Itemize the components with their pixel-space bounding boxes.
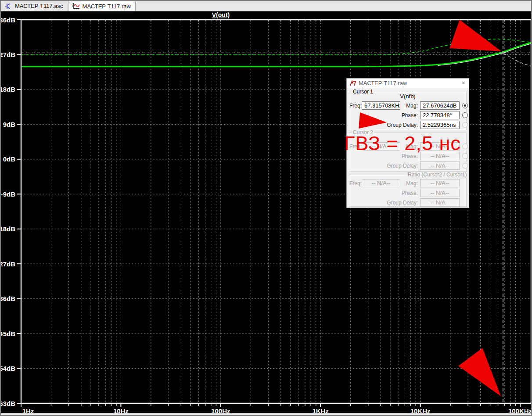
cursor-dialog-titlebar[interactable]: МАСТЕР Т117.raw × <box>347 79 469 88</box>
waveform-icon <box>72 3 80 10</box>
cursor2-mag-field: -- N/A-- <box>420 142 460 151</box>
cursor2-mag-label: Mag: <box>399 143 418 150</box>
y-axis-label: -54dB <box>1 365 15 372</box>
cursor2-freq-field: -- N/A-- <box>362 142 400 151</box>
x-axis-label: 1Hz <box>22 407 34 413</box>
cursor1-group-delay-field[interactable]: 2.5229365ns <box>420 121 460 129</box>
y-axis-label: -18dB <box>1 225 15 233</box>
x-axis-label: 100Hz <box>211 407 230 413</box>
trace-V(nfb)-phase <box>503 54 531 66</box>
ratio-mag-field: -- N/A-- <box>420 179 460 187</box>
y-axis-label: -45dB <box>1 330 15 337</box>
cursor1-mag-field[interactable]: 27.670624dB <box>420 101 460 110</box>
axis-labels: 36dB27dB18dB9dB0dB-9dB-18dB-27dB-36dB-45… <box>1 11 531 413</box>
cursor1-phase-field[interactable]: 22.778348° <box>420 111 460 119</box>
ltspice-window: МАСТЕР Т117.asc МАСТЕР Т117.raw 36dB27dB… <box>0 0 532 416</box>
ratio-group-delay-field: -- N/A-- <box>420 198 460 207</box>
schematic-icon <box>4 3 12 10</box>
close-icon[interactable]: × <box>461 79 465 86</box>
y-axis-label: 18dB <box>1 86 15 93</box>
cursor1-phase-radio[interactable] <box>462 112 468 118</box>
plot-trace-title[interactable]: V(out) <box>212 11 230 18</box>
bode-plot-canvas[interactable]: 36dB27dB18dB9dB0dB-9dB-18dB-27dB-36dB-45… <box>1 11 531 413</box>
cursor2-phase-radio[interactable] <box>462 153 468 159</box>
cursor2-phase-label: Phase: <box>391 153 418 159</box>
ratio-group-label: Ratio (Cursor2 / Cursor1) <box>406 172 468 178</box>
cursor1-trace-name: V(nfb) <box>347 93 469 100</box>
tab-label: МАСТЕР Т117.asc <box>15 3 63 9</box>
ratio-phase-label: Phase: <box>391 190 418 196</box>
cursor2-group-delay-field: -- N/A-- <box>420 161 460 170</box>
cursor2-group-label: Cursor 2 <box>352 129 374 136</box>
cursor-crosshair <box>21 20 531 403</box>
y-axis-label: -27dB <box>1 260 15 268</box>
trace-V(out)-phase <box>21 39 531 55</box>
y-axis-label: 0dB <box>3 155 16 163</box>
cursor-dialog[interactable]: МАСТЕР Т117.raw × Cursor 1 V(nfb) Freq: … <box>346 78 469 208</box>
ratio-phase-field: -- N/A-- <box>420 189 460 197</box>
x-axis-label: 10Hz <box>113 407 129 413</box>
cursor2-mag-radio[interactable] <box>462 143 468 149</box>
ratio-freq-label: Freq: <box>349 180 362 186</box>
cursor2-freq-label: Freq: <box>349 143 362 150</box>
cursor-dialog-title: МАСТЕР Т117.raw <box>359 80 407 86</box>
cursor2-group-delay-label: Group Delay: <box>384 163 418 169</box>
cursor1-group-delay-radio[interactable] <box>462 122 468 128</box>
ratio-freq-field: -- N/A-- <box>362 179 400 187</box>
tab-master-t117-asc[interactable]: МАСТЕР Т117.asc <box>1 1 68 11</box>
tab-master-t117-raw[interactable]: МАСТЕР Т117.raw <box>68 1 136 11</box>
x-axis-label: 1KHz <box>312 407 329 413</box>
y-axis-label: -9dB <box>1 190 15 198</box>
cursor2-group-delay-radio[interactable] <box>462 163 468 169</box>
cursor2-phase-field: -- N/A-- <box>420 152 460 160</box>
y-axis-label: -36dB <box>1 295 15 302</box>
y-axis-label: 36dB <box>1 16 15 24</box>
ratio-mag-label: Mag: <box>399 180 418 186</box>
cursor1-freq-label: Freq: <box>349 103 362 109</box>
x-axis-label: 100KHz <box>508 407 531 413</box>
y-axis-label: 9dB <box>3 121 16 128</box>
ratio-group-delay-label: Group Delay: <box>384 200 418 206</box>
tab-bar: МАСТЕР Т117.asc МАСТЕР Т117.raw <box>1 1 531 11</box>
waveform-pane: 36dB27dB18dB9dB0dB-9dB-18dB-27dB-36dB-45… <box>1 11 531 413</box>
bottom-strip <box>1 413 531 415</box>
traces <box>21 39 531 67</box>
y-axis-label: 27dB <box>1 51 15 58</box>
cursor1-phase-label: Phase: <box>391 112 418 118</box>
cursor1-mag-radio[interactable] <box>462 103 468 108</box>
cursor1-freq-field[interactable]: 67.315708KHz <box>362 101 400 110</box>
y-axis-label: -63dB <box>1 400 15 407</box>
cursor1-group-delay-label: Group Delay: <box>384 122 418 128</box>
ltspice-logo-icon <box>349 80 356 86</box>
grid <box>21 20 531 403</box>
tab-label: МАСТЕР Т117.raw <box>83 3 131 10</box>
x-axis-label: 10KHz <box>410 407 431 413</box>
cursor1-mag-label: Mag: <box>399 103 418 109</box>
